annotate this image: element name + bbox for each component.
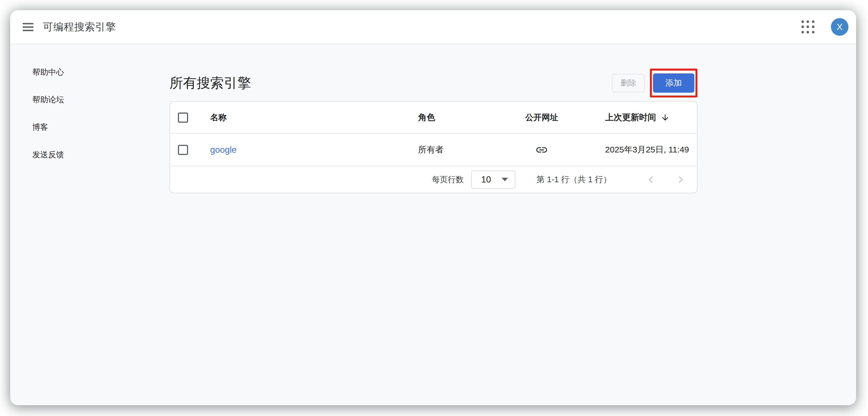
app-header: 可编程搜索引擎 X [10,10,856,44]
select-all-checkbox[interactable] [178,113,188,123]
app-title: 可编程搜索引擎 [43,20,116,34]
table-row: google 所有者 2025年3月25日, 11:49 [170,134,697,166]
avatar[interactable]: X [831,18,848,36]
row-checkbox[interactable] [178,145,188,155]
chevron-right-icon [675,174,686,185]
previous-page-button[interactable] [645,173,657,186]
action-buttons: 删除 添加 [612,68,698,97]
page-title: 所有搜索引擎 [169,74,251,92]
engine-name-link[interactable]: google [210,145,237,155]
sidebar-item-send-feedback[interactable]: 发送反馈 [10,141,169,168]
heading-row: 所有搜索引擎 删除 添加 [169,68,698,98]
rows-per-page-value: 10 [481,175,491,185]
sidebar-item-help-forum[interactable]: 帮助论坛 [10,86,169,113]
sidebar-item-blog[interactable]: 博客 [10,113,169,141]
caret-down-icon [502,178,508,181]
sidebar-item-help-center[interactable]: 帮助中心 [10,58,169,86]
chevron-left-icon [645,174,657,185]
column-header-last-updated[interactable]: 上次更新时间 [567,112,697,123]
column-header-public-url: 公开网址 [516,112,567,123]
rows-per-page-select[interactable]: 10 [471,171,515,189]
pagination-range-label: 第 1-1 行（共 1 行） [536,174,611,185]
column-header-name: 名称 [210,112,418,123]
apps-grid-icon[interactable] [801,21,814,33]
add-button[interactable]: 添加 [653,73,694,93]
menu-icon[interactable] [23,23,33,31]
column-header-role: 角色 [418,112,516,123]
table-header-row: 名称 角色 公开网址 上次更新时间 [170,102,697,134]
search-engines-table: 名称 角色 公开网址 上次更新时间 [169,101,698,193]
last-updated-cell: 2025年3月25日, 11:49 [567,144,697,155]
main-content: 所有搜索引擎 删除 添加 名称 角色 [169,44,698,405]
engine-name-cell: google [210,145,418,155]
select-all-cell [170,113,210,123]
rows-per-page-label: 每页行数 [432,174,464,185]
desktop-background: 可编程搜索引擎 X 帮助中心 帮助论坛 博客 发送反馈 所有搜索引擎 删除 [0,0,868,416]
sort-descending-icon [661,113,670,122]
next-page-button[interactable] [674,173,687,186]
avatar-initial: X [837,22,842,32]
public-url-cell [516,143,567,156]
public-url-link-icon[interactable] [535,143,548,156]
table-pagination: 每页行数 10 第 1-1 行（共 1 行） [170,166,697,193]
sidebar: 帮助中心 帮助论坛 博客 发送反馈 [10,44,169,405]
delete-button[interactable]: 删除 [612,74,645,92]
annotation-highlight-box: 添加 [650,68,698,97]
browser-page: 可编程搜索引擎 X 帮助中心 帮助论坛 博客 发送反馈 所有搜索引擎 删除 [10,10,856,405]
role-cell: 所有者 [418,144,516,155]
column-header-last-updated-label: 上次更新时间 [605,112,656,123]
row-checkbox-cell [170,145,210,155]
page-body: 帮助中心 帮助论坛 博客 发送反馈 所有搜索引擎 删除 添加 [10,44,856,405]
